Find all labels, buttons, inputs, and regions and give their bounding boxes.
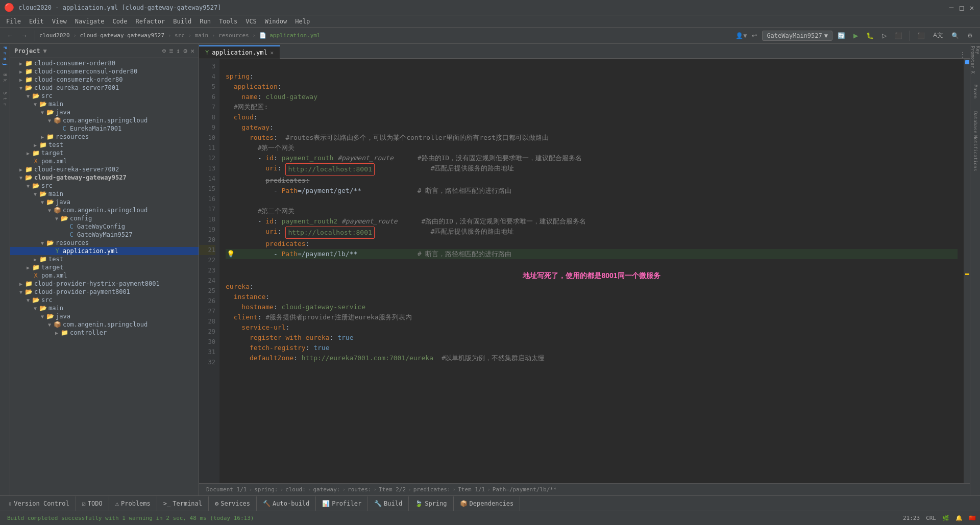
back-button[interactable]: ← (4, 31, 16, 40)
scroll-track-2[interactable] (964, 276, 970, 483)
tree-item-java-7001[interactable]: ▼ 📂 java (10, 108, 199, 116)
tree-item-src-7001[interactable]: ▼ 📂 src (10, 92, 199, 100)
bc-gateway[interactable]: gateway: (313, 486, 340, 493)
menu-help[interactable]: Help (291, 15, 314, 28)
undo-button[interactable]: ↩ (749, 31, 760, 40)
project-dropdown[interactable]: ▼ (43, 47, 47, 55)
tree-item-hystrix-payment8001[interactable]: ▶ 📁 cloud-provider-hystrix-payment8001 (10, 280, 199, 288)
build-status-message[interactable]: Build completed successfully with 1 warn… (4, 514, 257, 522)
right-tab-key-promoter[interactable]: Key Promoter X (971, 46, 980, 77)
rebuild-button[interactable]: 🔄 (835, 31, 848, 40)
tab-dependencies[interactable]: 📦 Dependencies (454, 496, 521, 511)
bulb-icon[interactable]: 💡 (227, 249, 235, 259)
structure-icon[interactable]: S t r (1, 89, 10, 109)
close-button[interactable]: ✕ (968, 4, 976, 12)
scroll-track[interactable] (964, 65, 970, 273)
bc-resources[interactable]: resources (218, 32, 249, 39)
cursor-position[interactable]: 21:23 (903, 515, 920, 521)
right-tab-notifications[interactable]: Notifications (971, 138, 980, 168)
right-tab-database[interactable]: Database (971, 107, 980, 138)
tree-item-eureka-server7001[interactable]: ▼ 📂 cloud-eureka-server7001 (10, 84, 199, 92)
tree-item-target-gw[interactable]: ▶ 📁 target (10, 263, 199, 271)
tab-close-button[interactable]: ✕ (271, 49, 274, 56)
run-coverage-button[interactable]: ▷ (879, 31, 890, 40)
run-button[interactable]: ▶ (850, 31, 861, 40)
translate-button[interactable]: A文 (930, 30, 946, 41)
profile-run-button[interactable]: ⬛ (892, 31, 905, 40)
tab-services[interactable]: ⚙ Services (209, 496, 257, 511)
bc-file[interactable]: 📄 application.yml (259, 32, 321, 39)
tab-application-yml[interactable]: Y application.yml ✕ (199, 45, 280, 59)
bc-main[interactable]: main (195, 32, 209, 39)
tree-item-main-p8001[interactable]: ▼ 📂 main (10, 304, 199, 312)
tree-item-consumer-order80[interactable]: ▶ 📁 cloud-consumer-order80 (10, 59, 199, 67)
tree-item-gw-main[interactable]: C GateWayMain9527 (10, 231, 199, 239)
bc-predicates[interactable]: predicates: (413, 486, 451, 493)
stop-button[interactable]: ⬛ (914, 31, 928, 40)
sort-icon[interactable]: ↕ (177, 47, 181, 55)
tree-item-consumerzk-order80[interactable]: ▶ 📁 cloud-consumerzk-order80 (10, 76, 199, 84)
run-config-dropdown[interactable]: ▼ (824, 32, 828, 39)
tree-item-main-gw[interactable]: ▼ 📂 main (10, 190, 199, 198)
bc-spring[interactable]: spring: (254, 486, 278, 493)
tree-item-pkg-7001[interactable]: ▼ 📦 com.angenin.springcloud (10, 116, 199, 124)
tab-auto-build[interactable]: 🔨 Auto-build (257, 496, 316, 511)
tree-item-gw-config[interactable]: C GateWayConfig (10, 222, 199, 231)
menu-tools[interactable]: Tools (215, 15, 241, 28)
tree-item-payment8001[interactable]: ▼ 📂 cloud-provider-payment8001 (10, 288, 199, 296)
menu-file[interactable]: File (2, 15, 25, 28)
settings-button[interactable]: ⚙ (964, 31, 976, 40)
bc-item11[interactable]: Item 1/1 (458, 486, 485, 493)
editor-right-gutter[interactable] (964, 59, 970, 483)
menu-view[interactable]: View (48, 15, 71, 28)
notification-icon[interactable]: 🔔 (955, 515, 963, 521)
bc-src[interactable]: src (175, 32, 185, 39)
menu-edit[interactable]: Edit (25, 15, 48, 28)
tree-item-java-p8001[interactable]: ▼ 📂 java (10, 312, 199, 320)
title-bar-controls[interactable]: ─ □ ✕ (947, 4, 976, 12)
encoding[interactable]: CRL (926, 515, 936, 521)
project-icon[interactable]: P r o j (1, 46, 10, 66)
tree-item-config-gw[interactable]: ▼ 📂 config (10, 214, 199, 222)
tab-build[interactable]: 🔧 Build (368, 496, 409, 511)
tree-item-target-7001[interactable]: ▶ 📁 target (10, 149, 199, 157)
menu-window[interactable]: Window (261, 15, 291, 28)
tree-item-app-yml[interactable]: Y application.yml (10, 247, 199, 255)
tab-todo[interactable]: ☑ TODO (76, 496, 109, 511)
menu-run[interactable]: Run (195, 15, 215, 28)
tab-problems[interactable]: ⚠ Problems (109, 496, 157, 511)
tree-item-src-p8001[interactable]: ▼ 📂 src (10, 296, 199, 304)
tree-item-java-gw[interactable]: ▼ 📂 java (10, 198, 199, 206)
tree-item-gateway9527[interactable]: ▼ 📂 cloud-gateway-gateway9527 (10, 173, 199, 182)
tab-profiler[interactable]: 📊 Profiler (316, 496, 368, 511)
bc-routes[interactable]: routes: (348, 486, 371, 493)
tree-item-controller-p8001[interactable]: ▶ 📁 controller (10, 329, 199, 337)
tree-item-test-7001[interactable]: ▶ 📁 test (10, 141, 199, 149)
tree-item-pkg-gw[interactable]: ▼ 📦 com.angenin.springcloud (10, 206, 199, 214)
bc-cloud[interactable]: cloud: (285, 486, 306, 493)
close-panel-icon[interactable]: ✕ (190, 47, 194, 55)
tab-version-control[interactable]: ↕ Version Control (2, 496, 76, 511)
tree-item-resources-gw[interactable]: ▼ 📂 resources (10, 239, 199, 247)
settings-icon[interactable]: ⚙ (183, 47, 187, 55)
maximize-button[interactable]: □ (958, 4, 966, 12)
tree-item-resources-7001[interactable]: ▶ 📁 resources (10, 133, 199, 141)
collapse-all-icon[interactable]: ≡ (169, 47, 174, 55)
code-area[interactable]: spring: application: name: cloud-gateway… (219, 59, 964, 483)
bookmarks-icon[interactable]: B k (1, 67, 10, 88)
bc-item22[interactable]: Item 2/2 (379, 486, 406, 493)
bc-module[interactable]: cloud-gateway-gateway9527 (80, 32, 164, 39)
search-button[interactable]: 🔍 (948, 31, 962, 40)
tree-item-src-gw[interactable]: ▼ 📂 src (10, 182, 199, 190)
tree-item-consumerconsul-order80[interactable]: ▶ 📁 cloud-consumerconsul-order80 (10, 67, 199, 76)
bc-project[interactable]: cloud2020 (39, 32, 70, 39)
menu-build[interactable]: Build (169, 15, 195, 28)
tree-item-eureka-server7002[interactable]: ▶ 📁 cloud-eureka-server7002 (10, 165, 199, 173)
tree-item-pom-gw[interactable]: X pom.xml (10, 271, 199, 280)
tree-item-pkg-p8001[interactable]: ▼ 📦 com.angenin.springcloud (10, 320, 199, 329)
tab-spring[interactable]: 🍃 Spring (409, 496, 453, 511)
right-tab-maven[interactable]: Maven (971, 77, 980, 107)
menu-navigate[interactable]: Navigate (71, 15, 109, 28)
tab-terminal[interactable]: >_ Terminal (157, 496, 209, 511)
menu-vcs[interactable]: VCS (241, 15, 261, 28)
